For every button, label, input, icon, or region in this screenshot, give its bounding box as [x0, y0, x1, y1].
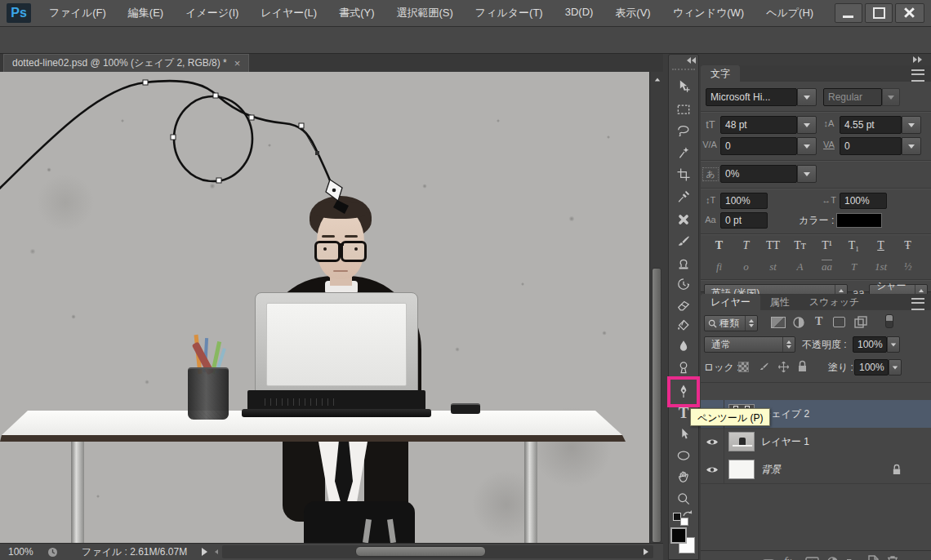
menu-help[interactable]: ヘルプ(H) [766, 6, 813, 20]
vertical-scale-field[interactable]: 100% [720, 193, 768, 209]
tool-gradient[interactable] [668, 314, 699, 336]
kerning-dropdown[interactable] [797, 137, 817, 155]
tool-eraser[interactable] [668, 295, 699, 316]
tool-pen[interactable] [668, 380, 699, 402]
font-family-field[interactable]: Microsoft Hi... [706, 88, 797, 106]
menu-file[interactable]: ファイル(F) [49, 6, 106, 20]
baseline-shift-field[interactable]: 0 pt [720, 212, 768, 229]
filter-smart-icon[interactable] [854, 316, 867, 328]
small-caps-button[interactable]: Tᴛ [786, 239, 813, 252]
tool-move[interactable] [668, 76, 699, 97]
tool-zoom[interactable] [668, 488, 699, 509]
fill-opacity-dropdown[interactable] [889, 359, 902, 376]
font-style-field[interactable]: Regular [823, 88, 882, 106]
menu-edit[interactable]: 編集(E) [128, 6, 163, 20]
tool-eyedropper[interactable] [668, 186, 699, 207]
blend-mode-select[interactable]: 通常 [704, 336, 795, 353]
menu-type[interactable]: 書式(Y) [339, 6, 374, 20]
layer-row-layer1[interactable]: レイヤー 1 [701, 428, 931, 456]
layer-name[interactable]: 背景 [761, 456, 781, 483]
horizontal-scale-field[interactable]: 100% [840, 193, 887, 209]
menu-image[interactable]: イメージ(I) [185, 6, 238, 20]
filter-shape-icon[interactable] [833, 317, 845, 327]
swap-colors-icon[interactable] [673, 509, 694, 524]
ot-ligatures-button[interactable]: fi [706, 260, 733, 273]
underline-button[interactable]: T [867, 239, 894, 252]
tools-grip[interactable] [672, 69, 695, 71]
filter-toggle-icon[interactable] [885, 314, 893, 328]
fill-opacity-field[interactable]: 100% [854, 359, 889, 376]
tool-history-brush[interactable] [668, 273, 699, 295]
font-size-dropdown[interactable] [797, 116, 817, 134]
leading-dropdown[interactable] [902, 116, 921, 134]
menu-view[interactable]: 表示(V) [615, 6, 650, 20]
ot-fractions-button[interactable]: ½ [894, 260, 921, 273]
text-color-swatch[interactable] [836, 213, 882, 228]
tool-quick-selection[interactable] [668, 142, 699, 163]
tool-dodge[interactable] [668, 357, 699, 378]
delete-layer-icon[interactable] [887, 555, 898, 560]
tool-healing-brush[interactable] [668, 209, 699, 230]
tool-hand[interactable] [668, 466, 699, 487]
tools-collapse-icon[interactable] [687, 57, 696, 64]
lock-pixels-icon[interactable] [758, 361, 770, 373]
tracking-dropdown[interactable] [902, 137, 921, 155]
ot-ordinals-button[interactable]: 1st [867, 260, 894, 273]
tab-properties[interactable]: 属性 [760, 294, 800, 310]
tool-crop[interactable] [668, 164, 699, 185]
ot-discretionary-button[interactable]: st [760, 260, 786, 273]
superscript-button[interactable]: T¹ [813, 239, 840, 252]
tab-character[interactable]: 文字 [701, 65, 740, 82]
tool-blur[interactable] [668, 336, 699, 357]
ot-titling-button[interactable]: T [840, 260, 867, 273]
ot-swash-button[interactable]: o [733, 260, 760, 273]
tool-brush[interactable] [668, 231, 699, 252]
background-layer-thumbnail[interactable] [728, 460, 755, 479]
visibility-toggle[interactable] [701, 428, 724, 456]
scroll-up-button[interactable] [652, 74, 662, 84]
filter-pixel-icon[interactable] [771, 317, 786, 328]
layer-row-background[interactable]: 背景 [701, 456, 931, 484]
document-tab[interactable]: dotted-line02.psd @ 100% (シェイプ 2, RGB/8)… [3, 54, 249, 72]
adjustment-layer-icon[interactable] [826, 556, 839, 560]
new-group-icon[interactable] [846, 557, 860, 560]
image-layer-thumbnail[interactable] [728, 432, 755, 451]
tab-swatches[interactable]: スウォッチ [800, 294, 869, 310]
menu-3d[interactable]: 3D(D) [565, 6, 594, 20]
panels-collapse-icon[interactable] [913, 56, 922, 63]
tsume-dropdown[interactable] [797, 165, 817, 183]
all-caps-button[interactable]: TT [760, 239, 786, 252]
ot-alternates-button[interactable]: aa [813, 260, 840, 273]
tracking-field[interactable]: 0 [840, 137, 902, 155]
status-menu-arrow-icon[interactable] [202, 548, 207, 556]
lock-all-icon[interactable] [797, 360, 808, 372]
tool-clone-stamp[interactable] [668, 252, 699, 273]
layer-style-button[interactable]: fx [784, 554, 791, 560]
add-mask-icon[interactable] [805, 557, 819, 560]
opacity-field[interactable]: 100% [853, 336, 887, 353]
font-size-field[interactable]: 48 pt [720, 116, 797, 134]
close-button[interactable] [895, 3, 924, 23]
font-style-dropdown[interactable] [882, 88, 900, 106]
tab-close-icon[interactable]: × [234, 57, 241, 69]
leading-field[interactable]: 4.55 pt [840, 116, 902, 134]
maximize-button[interactable] [865, 3, 893, 23]
lock-position-icon[interactable] [777, 361, 790, 373]
visibility-toggle[interactable] [701, 456, 724, 483]
subscript-button[interactable]: T₁ [840, 239, 867, 252]
hscroll-right-arrow-icon[interactable] [644, 549, 648, 555]
menu-filter[interactable]: フィルター(T) [475, 6, 543, 20]
layer-name[interactable]: レイヤー 1 [761, 428, 809, 456]
tab-layers[interactable]: レイヤー [701, 294, 760, 310]
ot-stylistic-button[interactable]: A [786, 260, 813, 273]
strikethrough-button[interactable]: Ŧ [894, 239, 921, 252]
menu-window[interactable]: ウィンドウ(W) [673, 6, 744, 20]
filter-kind-select[interactable]: 種類 [704, 315, 758, 331]
filter-type-icon[interactable]: T [815, 315, 822, 328]
tool-rectangular-marquee[interactable] [668, 99, 699, 120]
vscroll-thumb[interactable] [652, 268, 662, 543]
faux-ital-button[interactable]: T [733, 239, 760, 252]
kerning-field[interactable]: 0 [720, 137, 797, 155]
lock-transparency-icon[interactable] [738, 362, 749, 372]
canvas[interactable] [0, 72, 649, 543]
